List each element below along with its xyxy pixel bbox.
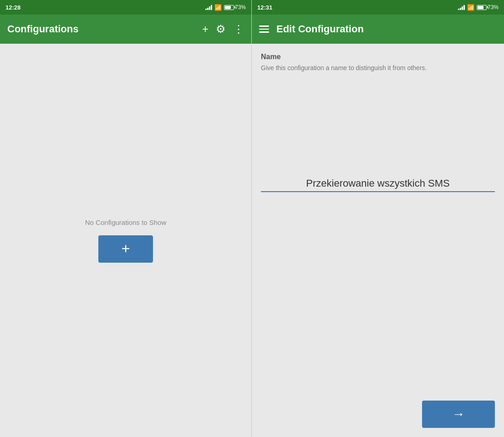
right-signal-icon <box>458 5 465 10</box>
right-status-icons: 📶 73% <box>458 4 499 11</box>
left-phone: 12:28 📶 73% Configurations + ⚙ ⋮ No Conf… <box>0 0 252 437</box>
signal-icon <box>205 5 212 10</box>
left-status-icons: 📶 73% <box>205 4 246 11</box>
right-app-title: Edit Configuration <box>276 23 497 35</box>
hamburger-menu-icon[interactable] <box>259 25 269 33</box>
name-input[interactable] <box>261 178 495 192</box>
right-phone: 12:31 📶 73% Edit Configuration Name Give… <box>252 0 504 437</box>
right-content: Name Give this configuration a name to d… <box>252 44 504 437</box>
field-description: Give this configuration a name to distin… <box>261 64 495 73</box>
more-vert-icon[interactable]: ⋮ <box>233 24 244 35</box>
left-status-bar: 12:28 📶 73% <box>0 0 251 15</box>
right-status-bar: 12:31 📶 73% <box>252 0 504 15</box>
left-app-bar: Configurations + ⚙ ⋮ <box>0 15 251 44</box>
empty-text: No Configurations to Show <box>85 218 166 226</box>
left-time: 12:28 <box>5 4 20 11</box>
left-app-title: Configurations <box>7 23 195 35</box>
battery-percent: 73% <box>235 4 246 10</box>
add-icon[interactable]: + <box>202 24 209 35</box>
right-battery-percent: 73% <box>488 4 499 10</box>
right-wifi-icon: 📶 <box>467 4 474 11</box>
left-content: No Configurations to Show + <box>0 44 251 437</box>
right-battery-icon: 73% <box>477 4 499 10</box>
wifi-icon: 📶 <box>214 4 222 11</box>
name-input-container <box>261 178 495 192</box>
field-label: Name <box>261 53 495 61</box>
next-button[interactable]: → <box>422 401 495 428</box>
right-app-bar: Edit Configuration <box>252 15 504 44</box>
settings-icon[interactable]: ⚙ <box>216 24 226 35</box>
right-time: 12:31 <box>257 4 272 11</box>
add-config-button[interactable]: + <box>98 235 153 263</box>
battery-icon: 73% <box>224 4 246 10</box>
